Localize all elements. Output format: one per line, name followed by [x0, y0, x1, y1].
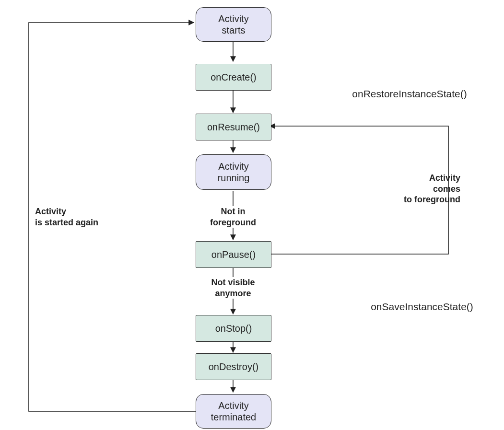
method-on-destroy: onDestroy()	[196, 353, 271, 380]
label-on-save-instance-state: onSaveInstanceState()	[355, 301, 489, 313]
label-comes-to-foreground: Activity comes to foreground	[384, 173, 460, 205]
method-on-pause: onPause()	[196, 241, 271, 268]
state-activity-starts: Activity starts	[196, 7, 271, 42]
label-not-in-foreground: Not in foreground	[199, 206, 267, 228]
diagram-stage: Activity starts onCreate() onResume() Ac…	[0, 0, 504, 430]
state-activity-running: Activity running	[196, 154, 271, 190]
label-started-again: Activity is started again	[35, 206, 131, 228]
state-activity-terminated: Activity terminated	[196, 394, 271, 429]
method-on-stop: onStop()	[196, 315, 271, 342]
method-on-create: onCreate()	[196, 64, 271, 91]
label-on-restore-instance-state: onRestoreInstanceState()	[338, 88, 481, 100]
label-not-visible-anymore: Not visible anymore	[199, 277, 267, 299]
method-on-resume: onResume()	[196, 114, 271, 140]
